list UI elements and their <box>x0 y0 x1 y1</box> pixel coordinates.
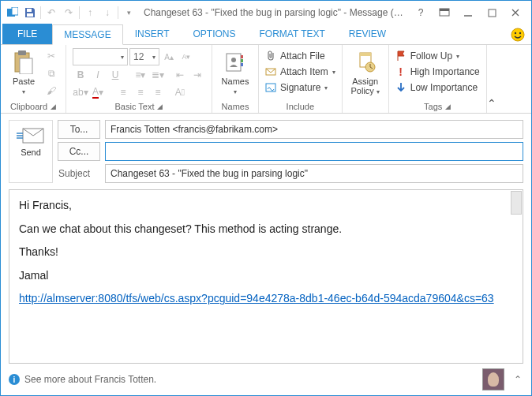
redo-icon[interactable]: ↷ <box>62 4 76 21</box>
qat-customize-icon[interactable]: ▾ <box>122 4 136 21</box>
cut-icon[interactable]: ✂ <box>43 48 59 64</box>
high-importance-button[interactable]: ! High Importance <box>395 64 480 80</box>
tab-format-text[interactable]: FORMAT TEXT <box>248 24 337 44</box>
indent-icon[interactable]: ⇥ <box>189 67 205 83</box>
assign-label2: Policy <box>351 86 374 95</box>
font-family-select[interactable]: ▾ <box>73 48 128 65</box>
chevron-down-icon: ▾ <box>332 69 335 76</box>
svg-point-12 <box>519 32 521 33</box>
low-importance-label: Low Importance <box>410 82 478 93</box>
group-assign-policy: AssignPolicy ▾ <box>343 45 389 113</box>
chevron-down-icon: ▾ <box>324 84 328 92</box>
svg-rect-22 <box>266 84 275 92</box>
assign-policy-button[interactable]: AssignPolicy ▾ <box>349 48 382 99</box>
include-group-label: Include <box>265 100 335 111</box>
group-basic-text: ▾ ▾ A▴ A▾ B I U ≡▾ ≣▾ ⇤ ⇥ ab▾ A▾ ≡ <box>66 45 212 113</box>
people-pane-text[interactable]: See more about Francis Totten. <box>24 374 156 385</box>
follow-up-label: Follow Up <box>410 50 452 62</box>
subject-field[interactable] <box>105 164 523 183</box>
ribbon-display-icon[interactable] <box>436 5 452 21</box>
svg-rect-1 <box>12 7 18 15</box>
grow-font-icon[interactable]: A▴ <box>161 49 177 65</box>
collapse-ribbon-icon[interactable]: ⌃ <box>487 97 501 113</box>
to-field[interactable] <box>105 120 523 139</box>
contact-avatar[interactable] <box>482 368 504 390</box>
body-line: Thanks! <box>19 245 513 260</box>
low-importance-button[interactable]: Low Importance <box>395 80 478 95</box>
tab-options[interactable]: OPTIONS <box>182 24 248 44</box>
svg-rect-14 <box>18 50 26 55</box>
clipboard-launcher-icon[interactable]: ◢ <box>51 103 56 110</box>
names-button[interactable]: Names▾ <box>219 48 252 99</box>
attach-file-button[interactable]: Attach File <box>265 48 325 64</box>
maximize-icon[interactable] <box>484 5 500 21</box>
font-color-icon[interactable]: A▾ <box>90 84 106 100</box>
scrollbar-thumb[interactable] <box>511 191 522 215</box>
svg-rect-7 <box>489 9 496 17</box>
tab-message[interactable]: MESSAGE <box>52 24 122 45</box>
outdent-icon[interactable]: ⇤ <box>172 67 188 83</box>
paste-label: Paste <box>13 77 35 86</box>
align-right-icon[interactable]: ≡ <box>150 84 166 100</box>
numbering-icon[interactable]: ≣▾ <box>150 67 166 83</box>
align-left-icon[interactable]: ≡ <box>115 84 131 100</box>
save-icon[interactable] <box>23 4 37 21</box>
cc-field[interactable] <box>105 142 523 161</box>
next-icon[interactable]: ↓ <box>100 4 114 21</box>
minimize-icon[interactable] <box>460 5 476 21</box>
assign-label1: Assign <box>352 77 378 86</box>
close-icon[interactable] <box>508 5 523 21</box>
bold-icon[interactable]: B <box>73 67 88 83</box>
tab-file[interactable]: FILE <box>2 24 52 44</box>
outlook-icon[interactable] <box>6 4 20 21</box>
clipboard-group-label: Clipboard <box>10 102 47 111</box>
font-size-select[interactable]: ▾ <box>129 48 159 65</box>
attach-item-button[interactable]: Attach Item ▾ <box>265 64 335 80</box>
highlight-icon[interactable]: ab▾ <box>73 84 88 100</box>
to-button[interactable]: To... <box>58 120 100 139</box>
signature-button[interactable]: Signature ▾ <box>265 80 328 95</box>
message-body[interactable]: Hi Francis, Can we chat about this chang… <box>9 189 523 364</box>
italic-icon[interactable]: I <box>90 67 106 83</box>
group-clipboard: Paste▾ ✂ ⧉ 🖌 Clipboard ◢ <box>1 45 66 113</box>
svg-rect-3 <box>27 13 33 17</box>
tags-launcher-icon[interactable]: ◢ <box>445 103 451 110</box>
format-painter-icon[interactable]: 🖌 <box>43 83 59 99</box>
ribbon-tabs: FILE MESSAGE INSERT OPTIONS FORMAT TEXT … <box>1 24 531 45</box>
paste-button[interactable]: Paste▾ <box>7 48 40 99</box>
attach-item-label: Attach Item <box>280 66 328 77</box>
people-pane: i See more about Francis Totten. ⌃ <box>1 364 531 395</box>
body-line: Hi Francis, <box>19 198 513 214</box>
feedback-smiley-icon[interactable] <box>511 28 525 42</box>
cc-button[interactable]: Cc... <box>58 142 100 161</box>
clipboard-icon <box>11 50 36 75</box>
basictext-launcher-icon[interactable]: ◢ <box>157 103 163 110</box>
names-group-label: Names <box>219 100 252 111</box>
prev-icon[interactable]: ↑ <box>83 4 97 21</box>
send-label: Send <box>21 148 41 157</box>
tab-insert[interactable]: INSERT <box>123 24 182 44</box>
svg-rect-20 <box>241 63 243 66</box>
body-line: Jamal <box>19 268 513 284</box>
changeset-link[interactable]: http://almserver:8080/tfs/web/cs.aspx?pc… <box>19 292 494 304</box>
expand-people-pane-icon[interactable]: ⌃ <box>512 374 523 385</box>
copy-icon[interactable]: ⧉ <box>43 65 59 81</box>
svg-rect-18 <box>241 55 243 58</box>
bullets-icon[interactable]: ≡▾ <box>133 67 148 83</box>
follow-up-button[interactable]: Follow Up ▾ <box>395 48 459 64</box>
align-center-icon[interactable]: ≡ <box>133 84 148 100</box>
svg-rect-24 <box>360 53 371 56</box>
clear-format-icon[interactable]: A⃠ <box>172 84 188 100</box>
signature-icon <box>265 82 276 93</box>
paperclip-icon <box>265 50 276 62</box>
underline-icon[interactable]: U <box>107 67 123 83</box>
low-importance-icon <box>395 82 406 93</box>
subject-label: Subject <box>58 164 100 183</box>
send-button[interactable]: Send <box>9 120 53 183</box>
help-icon[interactable]: ? <box>413 5 429 21</box>
shrink-font-icon[interactable]: A▾ <box>178 49 194 65</box>
flag-icon <box>395 50 406 62</box>
compose-header: Send To... Cc... Subject <box>1 114 531 186</box>
undo-icon[interactable]: ↶ <box>44 4 58 21</box>
tab-review[interactable]: REVIEW <box>337 24 398 44</box>
